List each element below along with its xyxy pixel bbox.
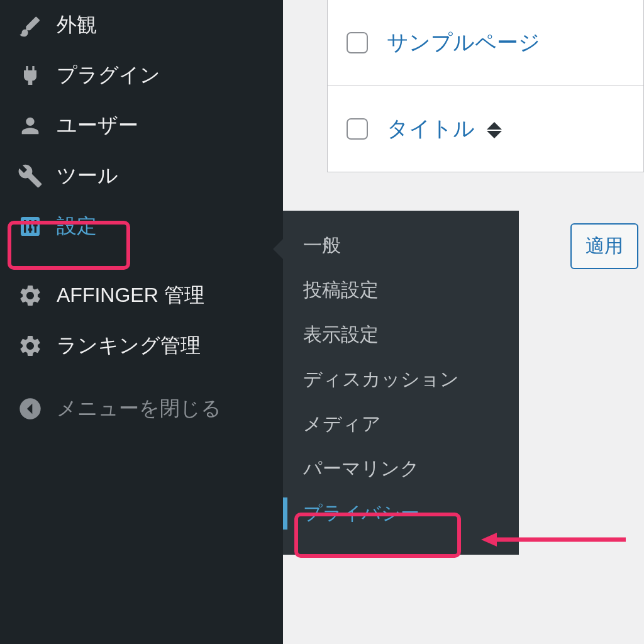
wrench-icon bbox=[18, 164, 43, 189]
table-row: サンプルページ bbox=[328, 0, 643, 86]
svg-rect-6 bbox=[33, 225, 38, 226]
submenu-privacy[interactable]: プライバシー bbox=[283, 491, 519, 536]
apply-button[interactable]: 適用 bbox=[570, 223, 638, 269]
submenu-writing[interactable]: 投稿設定 bbox=[283, 268, 519, 313]
svg-rect-4 bbox=[23, 222, 27, 224]
sidebar-item-plugins[interactable]: プラグイン bbox=[0, 50, 283, 101]
settings-submenu: 一般 投稿設定 表示設定 ディスカッション メディア パーマリンク プライバシー bbox=[283, 211, 519, 555]
sidebar-item-ranking[interactable]: ランキング管理 bbox=[0, 321, 283, 371]
select-all-checkbox[interactable] bbox=[347, 118, 368, 140]
table-header: タイトル bbox=[328, 86, 643, 172]
menu-label: 外観 bbox=[57, 11, 97, 39]
user-icon bbox=[18, 113, 43, 138]
column-title[interactable]: タイトル bbox=[387, 114, 502, 143]
menu-label: AFFINGER 管理 bbox=[57, 282, 204, 309]
gear-icon bbox=[18, 283, 43, 308]
sidebar-item-appearance[interactable]: 外観 bbox=[0, 0, 283, 50]
menu-label: プラグイン bbox=[57, 62, 160, 89]
sidebar-item-users[interactable]: ユーザー bbox=[0, 101, 283, 151]
menu-label: ユーザー bbox=[57, 112, 138, 140]
plug-icon bbox=[18, 63, 43, 88]
menu-label: メニューを閉じる bbox=[57, 395, 221, 423]
collapse-icon bbox=[18, 396, 43, 421]
gear-icon bbox=[18, 333, 43, 358]
menu-label: ランキング管理 bbox=[57, 332, 201, 360]
admin-sidebar: 外観 プラグイン ユーザー ツール 設定 AFFINGER 管理 bbox=[0, 0, 283, 644]
page-link[interactable]: サンプルページ bbox=[387, 28, 540, 57]
submenu-general[interactable]: 一般 bbox=[283, 223, 519, 268]
menu-label: 設定 bbox=[57, 213, 97, 240]
submenu-permalink[interactable]: パーマリンク bbox=[283, 447, 519, 491]
svg-rect-5 bbox=[28, 228, 33, 230]
sidebar-item-settings[interactable]: 設定 bbox=[0, 201, 283, 252]
pages-table: サンプルページ タイトル bbox=[327, 0, 644, 172]
row-checkbox[interactable] bbox=[347, 32, 368, 53]
sidebar-item-affinger[interactable]: AFFINGER 管理 bbox=[0, 270, 283, 321]
submenu-media[interactable]: メディア bbox=[283, 402, 519, 447]
brush-icon bbox=[18, 13, 43, 38]
sort-icon bbox=[487, 122, 502, 138]
sidebar-item-tools[interactable]: ツール bbox=[0, 151, 283, 201]
submenu-reading[interactable]: 表示設定 bbox=[283, 313, 519, 357]
svg-rect-2 bbox=[29, 220, 31, 233]
menu-label: ツール bbox=[57, 162, 118, 190]
sliders-icon bbox=[18, 214, 43, 239]
svg-rect-1 bbox=[24, 220, 26, 233]
sidebar-collapse[interactable]: メニューを閉じる bbox=[0, 384, 283, 434]
submenu-discussion[interactable]: ディスカッション bbox=[283, 357, 519, 402]
